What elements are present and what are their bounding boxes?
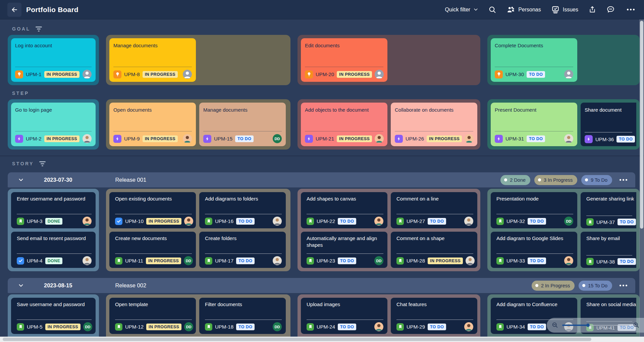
filter-icon[interactable] xyxy=(36,26,42,32)
release-status-pill[interactable]: 15 To Do xyxy=(579,281,612,291)
personas-button[interactable]: Personas xyxy=(506,5,541,14)
card-upm-24[interactable]: Upload imagesUPM-24TO DO xyxy=(301,298,387,334)
release-name: Release 001 xyxy=(115,177,146,183)
more-menu-button[interactable] xyxy=(625,7,637,12)
card-upm-2[interactable]: Go to login pageUPM-2IN PROGRESS xyxy=(11,103,96,146)
card-upm-15[interactable]: Manage documentsUPM-15TO DODD xyxy=(199,103,286,146)
status-dot xyxy=(535,284,538,287)
card-upm-23[interactable]: Automatically arrange and align shapesUP… xyxy=(301,232,387,268)
bookmark-icon xyxy=(496,323,504,331)
bookmark-icon xyxy=(307,257,314,265)
card-upm-3[interactable]: Enter username and passwordUPM-3DONE xyxy=(11,192,96,228)
card-upm-20[interactable]: Edit documentsUPM-20IN PROGRESS xyxy=(301,38,387,82)
collapse-release-button[interactable] xyxy=(15,174,26,186)
zoom-out-icon[interactable] xyxy=(551,322,559,329)
bookmark-icon xyxy=(396,323,404,331)
lightbulb-icon xyxy=(15,70,23,78)
card-upm-16[interactable]: Add diagrams to foldersUPM-16TO DO xyxy=(199,192,286,228)
vertical-scrollbar[interactable] xyxy=(639,19,644,337)
status-dot xyxy=(504,178,507,181)
release-status-pill[interactable]: 2 Done xyxy=(500,175,530,185)
share-button[interactable] xyxy=(588,6,596,14)
chevron-down-icon xyxy=(473,7,478,12)
avatar xyxy=(83,256,92,265)
card-upm-38[interactable]: Share by emailUPM-38TO DO xyxy=(581,232,636,268)
step-cell-3: Add objects to the documentUPM-21IN PROG… xyxy=(298,99,480,150)
card-upm-27[interactable]: Comment on a lineUPM-27TO DO xyxy=(391,192,477,228)
card-footer: UPM-33TO DO xyxy=(496,253,573,265)
horizontal-scrollbar-thumb[interactable] xyxy=(3,338,591,341)
filter-icon[interactable] xyxy=(39,161,46,166)
bookmark-icon xyxy=(396,218,404,225)
release-more-button[interactable] xyxy=(618,177,629,183)
card-upm-12[interactable]: Open templateUPM-12IN PROGRESSDD xyxy=(109,298,196,334)
card-upm-36[interactable]: Share documentUPM-36TO DO xyxy=(581,103,636,146)
card-upm-11[interactable]: Create new documentsUPM-11IN PROGRESSDD xyxy=(109,232,196,268)
card-upm-9[interactable]: Open documentsUPM-9IN PROGRESS xyxy=(109,103,196,146)
release-name: Release 002 xyxy=(115,282,146,289)
card-title: Present Document xyxy=(495,107,573,113)
bookmark-icon xyxy=(307,218,314,225)
card-upm-31[interactable]: Present DocumentUPM-31TO DO xyxy=(491,103,577,146)
story-cell-3: Add shapes to canvasUPM-22TO DOComment o… xyxy=(298,189,480,271)
status-badge: IN PROGRESS xyxy=(428,258,463,264)
card-upm-1[interactable]: Log into accountUPM-1IN PROGRESS xyxy=(11,38,96,82)
card-footer: UPM-26IN PROGRESS xyxy=(395,131,473,143)
check-icon xyxy=(17,257,24,265)
card-upm-37[interactable]: Generate sharing linkUPM-37TO DO xyxy=(581,192,636,228)
search-button[interactable] xyxy=(488,6,496,14)
quick-filter-button[interactable]: Quick filter xyxy=(445,7,479,13)
release-status-pill[interactable]: 2 In Progress xyxy=(532,281,575,291)
card-upm-26[interactable]: Collaborate on documentsUPM-26IN PROGRES… xyxy=(391,103,477,146)
personas-icon xyxy=(506,5,515,14)
status-badge: TO DO xyxy=(616,136,635,142)
status-badge: IN PROGRESS xyxy=(337,71,372,78)
issue-key: UPM-24 xyxy=(317,324,335,330)
card-upm-4[interactable]: Send email to resent passwordUPM-4DONE xyxy=(11,232,96,268)
issue-key: UPM-16 xyxy=(215,218,233,224)
issue-key: UPM-11 xyxy=(125,258,143,264)
card-upm-33[interactable]: Add diagram to Google SlidesUPM-33TO DO xyxy=(491,232,577,268)
card-upm-10[interactable]: Open existing documentsUPM-10IN PROGRESS xyxy=(109,192,196,228)
card-upm-32[interactable]: Presentation modeUPM-32TO DODD xyxy=(491,192,577,228)
horizontal-scrollbar[interactable] xyxy=(0,337,644,342)
card-title: Add shapes to canvas xyxy=(307,195,383,202)
card-upm-21[interactable]: Add objects to the documentUPM-21IN PROG… xyxy=(301,103,387,146)
avatar: DD xyxy=(83,322,92,331)
avatar: DD xyxy=(374,256,383,265)
bolt-icon xyxy=(113,135,121,143)
issue-key: UPM-38 xyxy=(596,259,615,265)
status-badge: TO DO xyxy=(235,135,254,142)
release-status-pill[interactable]: 9 To Do xyxy=(581,175,612,185)
card-upm-8[interactable]: Manage documentsUPM-8IN PROGRESS xyxy=(109,38,196,82)
card-upm-17[interactable]: Create foldersUPM-17TO DO xyxy=(199,232,286,268)
card-upm-5[interactable]: Save username and passwordUPM-5IN PROGRE… xyxy=(11,298,96,334)
card-upm-29[interactable]: Chat featuresUPM-29TO DO xyxy=(391,298,477,334)
collapse-release-button[interactable] xyxy=(15,280,26,291)
chevron-down-icon xyxy=(18,177,24,183)
back-button[interactable] xyxy=(7,3,21,17)
release-more-button[interactable] xyxy=(618,283,629,288)
status-badge: IN PROGRESS xyxy=(146,218,181,225)
issue-key: UPM-18 xyxy=(215,324,233,330)
card-upm-28[interactable]: Comment on a shapeUPM-28IN PROGRESS xyxy=(391,232,477,268)
card-upm-22[interactable]: Add shapes to canvasUPM-22TO DO xyxy=(301,192,387,228)
status-badge: IN PROGRESS xyxy=(427,135,462,142)
zoom-in-icon[interactable] xyxy=(633,322,640,329)
goal-cell-1: Log into accountUPM-1IN PROGRESS xyxy=(8,35,99,85)
card-title: Collaborate on documents xyxy=(395,107,473,113)
card-upm-30[interactable]: Complete DocumentsUPM-30TO DO xyxy=(491,38,577,82)
avatar xyxy=(83,217,92,226)
zoom-slider[interactable] xyxy=(562,323,629,328)
status-badge: TO DO xyxy=(428,218,446,225)
card-upm-18[interactable]: Filter documentsUPM-18TO DODD xyxy=(199,298,286,334)
issues-button[interactable]: Issues xyxy=(551,5,578,14)
release-status-pill[interactable]: 3 In Progress xyxy=(534,175,577,185)
issue-key: UPM-22 xyxy=(317,218,335,224)
step-cell-2: Open documentsUPM-9IN PROGRESSManage doc… xyxy=(106,99,290,150)
card-title: Create folders xyxy=(205,235,282,242)
story-cell-2: Open templateUPM-12IN PROGRESSDDFilter d… xyxy=(106,294,290,342)
status-badge: IN PROGRESS xyxy=(45,324,80,330)
feedback-button[interactable] xyxy=(606,5,615,14)
vertical-scrollbar-thumb[interactable] xyxy=(640,21,643,229)
